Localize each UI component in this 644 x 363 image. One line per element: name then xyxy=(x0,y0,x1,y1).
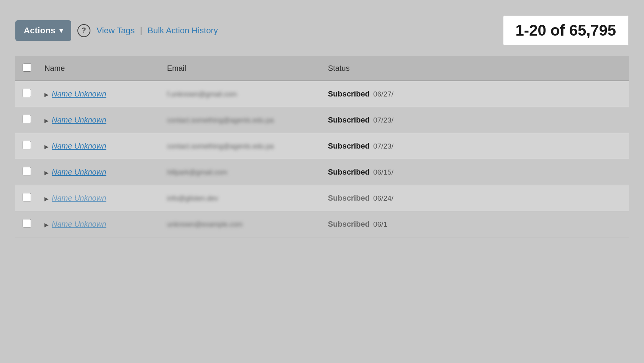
expand-arrow-icon[interactable]: ▶ xyxy=(44,144,49,150)
contact-name-link[interactable]: Name Unknown xyxy=(52,90,106,98)
row-checkbox-cell[interactable] xyxy=(15,211,38,237)
separator: | xyxy=(140,26,143,36)
table-row: ▶Name Unknowncontact.something@agents.ed… xyxy=(15,107,629,133)
email-cell: unknown@example.com xyxy=(161,211,322,237)
contact-name-link[interactable]: Name Unknown xyxy=(52,220,106,228)
row-checkbox-cell[interactable] xyxy=(15,81,38,107)
name-cell: ▶Name Unknown xyxy=(38,107,161,133)
name-cell: ▶Name Unknown xyxy=(38,159,161,185)
row-checkbox[interactable] xyxy=(23,167,31,175)
toolbar-links: View Tags | Bulk Action History xyxy=(97,26,218,36)
pagination-badge: 1-20 of 65,795 xyxy=(503,15,629,46)
contact-name-link[interactable]: Name Unknown xyxy=(52,194,106,202)
expand-arrow-icon[interactable]: ▶ xyxy=(44,222,49,228)
status-badge: Subscribed xyxy=(328,220,370,228)
status-cell: Subscribed 06/27/ xyxy=(322,81,629,107)
status-date: 06/27/ xyxy=(371,90,393,98)
table-row: ▶Name Unknowncontact.something@agents.ed… xyxy=(15,133,629,159)
contact-email: hillpark@gmail.com xyxy=(167,168,227,177)
table-row: ▶Name Unknownf.unknown@gmail.comSubscrib… xyxy=(15,81,629,107)
status-badge: Subscribed xyxy=(328,168,370,176)
table-header-row: Name Email Status xyxy=(15,56,629,81)
status-cell: Subscribed 06/24/ xyxy=(322,185,629,211)
row-checkbox-cell[interactable] xyxy=(15,185,38,211)
contact-name-link[interactable]: Name Unknown xyxy=(52,168,106,176)
contact-email: unknown@example.com xyxy=(167,221,243,229)
contact-email: f.unknown@gmail.com xyxy=(167,90,237,98)
view-tags-link[interactable]: View Tags xyxy=(97,26,134,36)
header-name: Name xyxy=(38,56,161,81)
status-date: 06/1 xyxy=(371,220,387,228)
email-cell: info@glisten.dev xyxy=(161,185,322,211)
row-checkbox[interactable] xyxy=(23,219,31,227)
table-row: ▶Name Unknowninfo@glisten.devSubscribed … xyxy=(15,185,629,211)
header-status: Status xyxy=(322,56,629,81)
status-badge: Subscribed xyxy=(328,194,370,202)
row-checkbox-cell[interactable] xyxy=(15,133,38,159)
email-cell: contact.something@agents.edu.pa xyxy=(161,107,322,133)
status-badge: Subscribed xyxy=(328,116,370,124)
status-badge: Subscribed xyxy=(328,142,370,150)
name-cell: ▶Name Unknown xyxy=(38,185,161,211)
expand-arrow-icon[interactable]: ▶ xyxy=(44,196,49,202)
expand-arrow-icon[interactable]: ▶ xyxy=(44,92,49,98)
row-checkbox[interactable] xyxy=(23,115,31,123)
contact-email: info@glisten.dev xyxy=(167,195,218,203)
email-cell: hillpark@gmail.com xyxy=(161,159,322,185)
table-row: ▶Name Unknownhillpark@gmail.comSubscribe… xyxy=(15,159,629,185)
actions-button[interactable]: Actions ▾ xyxy=(15,20,71,41)
status-cell: Subscribed 06/15/ xyxy=(322,159,629,185)
contact-email: contact.something@agents.edu.pa xyxy=(167,116,274,124)
name-cell: ▶Name Unknown xyxy=(38,81,161,107)
expand-arrow-icon[interactable]: ▶ xyxy=(44,118,49,124)
row-checkbox[interactable] xyxy=(23,193,31,201)
help-icon[interactable]: ? xyxy=(77,24,90,37)
expand-arrow-icon[interactable]: ▶ xyxy=(44,170,49,176)
bulk-action-history-link[interactable]: Bulk Action History xyxy=(147,26,218,36)
row-checkbox[interactable] xyxy=(23,141,31,149)
toolbar: Actions ▾ ? View Tags | Bulk Action Hist… xyxy=(15,15,629,46)
row-checkbox-cell[interactable] xyxy=(15,159,38,185)
contact-name-link[interactable]: Name Unknown xyxy=(52,116,106,124)
status-badge: Subscribed xyxy=(328,90,370,98)
status-date: 07/23/ xyxy=(371,142,393,150)
name-cell: ▶Name Unknown xyxy=(38,211,161,237)
status-cell: Subscribed 07/23/ xyxy=(322,107,629,133)
status-date: 06/15/ xyxy=(371,168,393,176)
select-all-checkbox[interactable] xyxy=(23,63,31,72)
status-cell: Subscribed 06/1 xyxy=(322,211,629,237)
email-cell: contact.something@agents.edu.pa xyxy=(161,133,322,159)
contacts-table: Name Email Status ▶Name Unknownf.unknown… xyxy=(15,56,629,237)
table-row: ▶Name Unknownunknown@example.comSubscrib… xyxy=(15,211,629,237)
email-cell: f.unknown@gmail.com xyxy=(161,81,322,107)
row-checkbox-cell[interactable] xyxy=(15,107,38,133)
header-email: Email xyxy=(161,56,322,81)
contact-name-link[interactable]: Name Unknown xyxy=(52,142,106,150)
name-cell: ▶Name Unknown xyxy=(38,133,161,159)
actions-label: Actions xyxy=(24,26,56,36)
row-checkbox[interactable] xyxy=(23,89,31,97)
status-cell: Subscribed 07/23/ xyxy=(322,133,629,159)
chevron-down-icon: ▾ xyxy=(59,26,63,35)
header-checkbox-cell[interactable] xyxy=(15,56,38,81)
contact-email: contact.something@agents.edu.pa xyxy=(167,142,274,150)
status-date: 07/23/ xyxy=(371,116,393,124)
status-date: 06/24/ xyxy=(371,194,393,202)
